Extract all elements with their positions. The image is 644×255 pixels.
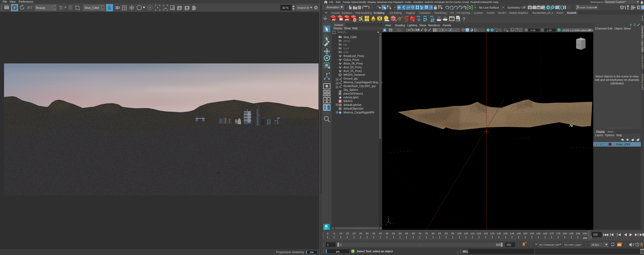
svg-text:AYA: AYA: [324, 228, 327, 229]
svg-text:PR: PR: [417, 15, 420, 18]
svg-text:MASH1: MASH1: [343, 100, 353, 103]
svg-text:80: 80: [432, 232, 435, 235]
svg-text:IPR: IPR: [345, 19, 349, 21]
svg-text:???: ???: [340, 17, 342, 19]
svg-text:KineticRush_City:ENV_grp: KineticRush_City:ENV_grp: [343, 85, 376, 88]
svg-text:Minerva_CargoRigged3:Ship_grp: Minerva_CargoRigged3:Ship_grp: [343, 81, 382, 84]
svg-text:95: 95: [451, 232, 454, 235]
svg-text:10: 10: [339, 232, 342, 235]
svg-text:120: 120: [484, 232, 488, 235]
svg-text:X: X: [385, 224, 387, 226]
svg-text:Minerva_CargoRiggedRN: Minerva_CargoRiggedRN: [343, 111, 374, 114]
svg-text:20: 20: [353, 232, 356, 235]
svg-text:</>: </>: [450, 18, 454, 20]
svg-text:Shot_CAM: Shot_CAM: [343, 36, 356, 39]
svg-text:105: 105: [464, 232, 468, 235]
svg-text:Cistus_Proxy: Cistus_Proxy: [343, 58, 359, 61]
svg-text:M: M: [325, 224, 328, 228]
svg-text:cm: cm: [558, 29, 560, 31]
svg-text:RV: RV: [332, 19, 335, 21]
svg-text:2%: 2%: [336, 250, 340, 253]
svg-text:{:}: {:}: [641, 251, 643, 253]
svg-text:65: 65: [412, 232, 415, 235]
svg-text:Beauty: Beauty: [36, 6, 45, 9]
svg-text:1.00: 1.00: [547, 29, 552, 32]
svg-text:180: 180: [563, 232, 567, 235]
svg-text:Shot_CAM: Shot_CAM: [85, 6, 99, 9]
svg-text:MEL: MEL: [463, 250, 468, 253]
svg-text:200: 200: [507, 243, 511, 246]
svg-text:Z: Z: [393, 222, 394, 224]
svg-text:Alnus_06_Proxy: Alnus_06_Proxy: [343, 62, 363, 65]
svg-text:side: side: [343, 51, 349, 54]
svg-text:75: 75: [425, 232, 428, 235]
svg-text:BroadLeaf_Proxy: BroadLeaf_Proxy: [343, 55, 364, 58]
svg-text:24 fps: 24 fps: [591, 243, 599, 246]
svg-text:35: 35: [372, 232, 375, 235]
svg-text:defaultObjectSet: defaultObjectSet: [343, 107, 363, 110]
svg-text:30: 30: [366, 232, 369, 235]
svg-text:?: ?: [463, 17, 465, 22]
svg-text:MASH1_Instancer: MASH1_Instancer: [343, 73, 365, 76]
svg-text:130: 130: [497, 232, 501, 235]
svg-text:LOG: LOG: [456, 19, 460, 21]
svg-text:Y: Y: [387, 216, 389, 218]
svg-text:Symmetry: Off: Symmetry: Off: [507, 6, 525, 9]
svg-text:15: 15: [346, 232, 349, 235]
svg-text:RGB: RGB: [59, 7, 63, 9]
svg-text:?: ?: [352, 250, 354, 253]
svg-text:Animation: Animation: [327, 6, 339, 9]
svg-text:135: 135: [503, 232, 508, 235]
svg-text:rsAreaLight1: rsAreaLight1: [343, 96, 359, 99]
svg-text:No Live Surface: No Live Surface: [479, 6, 499, 9]
svg-text:0.00: 0.00: [530, 29, 536, 32]
svg-text:190: 190: [576, 232, 580, 235]
svg-text:T: T: [458, 29, 459, 31]
svg-text:persp: persp: [343, 39, 350, 42]
svg-text:200: 200: [583, 236, 587, 239]
svg-text:155: 155: [530, 232, 534, 235]
svg-text:160: 160: [536, 232, 541, 235]
svg-text:115: 115: [477, 232, 481, 235]
svg-text:60: 60: [405, 232, 408, 235]
svg-text:45: 45: [386, 232, 389, 235]
svg-text:145: 145: [517, 232, 521, 235]
svg-text:85: 85: [438, 232, 441, 235]
svg-text:front: front: [343, 47, 349, 50]
svg-text:195: 195: [583, 232, 587, 235]
svg-text:1: 1: [340, 243, 342, 246]
svg-text:top: top: [343, 43, 347, 46]
svg-text:200: 200: [496, 243, 500, 246]
svg-text:25: 25: [359, 232, 362, 235]
svg-text:place3dTexture1: place3dTexture1: [343, 92, 363, 95]
svg-text:IPR: IPR: [537, 7, 540, 9]
svg-text:Acer_06_Proxy: Acer_06_Proxy: [343, 66, 362, 69]
svg-text:5: 5: [334, 232, 335, 235]
svg-text:55: 55: [399, 232, 402, 235]
svg-text:RT: RT: [27, 5, 33, 10]
svg-text:0: 0: [327, 232, 328, 235]
svg-text:A: A: [384, 29, 386, 32]
svg-text:PR: PR: [430, 15, 434, 18]
svg-text:Original Size: Original Size: [297, 6, 311, 9]
svg-text:ACES 1.0 SDR-video (sRGB): ACES 1.0 SDR-video (sRGB): [562, 29, 593, 32]
svg-text:40: 40: [379, 232, 382, 235]
svg-text:defaultLightSet: defaultLightSet: [343, 103, 361, 106]
svg-text:100: 100: [457, 232, 462, 235]
svg-text:?: ?: [430, 6, 432, 10]
svg-text:110: 110: [470, 232, 474, 235]
svg-text:50: 50: [392, 232, 395, 235]
svg-text:Sky_Sphere: Sky_Sphere: [343, 88, 358, 91]
svg-text:150: 150: [523, 232, 528, 235]
svg-text:82 %: 82 %: [283, 6, 289, 9]
svg-text:1: 1: [327, 243, 329, 246]
svg-text:Select Tool: select an object: Select Tool: select an object: [357, 250, 393, 253]
svg-text:200: 200: [593, 233, 598, 236]
svg-text:Ground_grp: Ground_grp: [343, 77, 358, 80]
svg-text:90: 90: [445, 232, 448, 235]
svg-text:Acer_05_Proxy: Acer_05_Proxy: [343, 70, 362, 73]
svg-text:170: 170: [550, 232, 554, 235]
svg-text:No Anim Layer: No Anim Layer: [564, 243, 581, 246]
svg-text:125: 125: [490, 232, 495, 235]
svg-text:PR: PR: [423, 15, 427, 18]
